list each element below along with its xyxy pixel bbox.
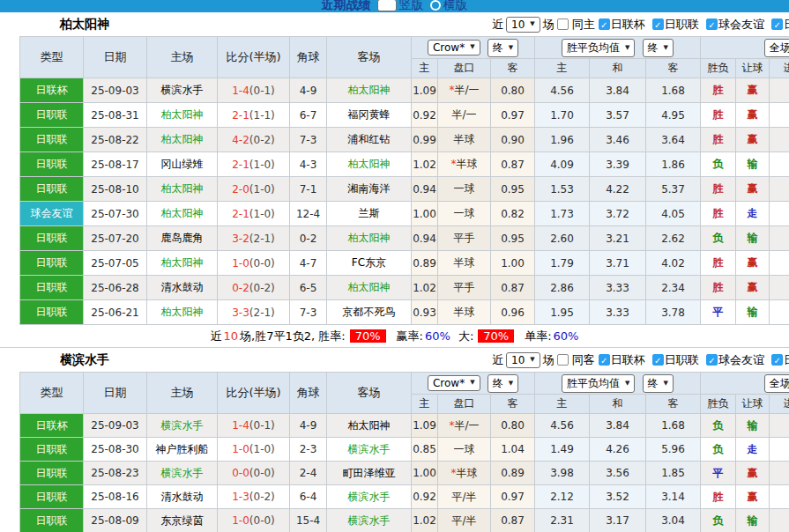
home-team[interactable]: 清水鼓动: [147, 276, 218, 300]
away-team[interactable]: 町田泽维亚: [327, 462, 412, 485]
fulltime-score: 1-4: [232, 419, 249, 432]
league-filter[interactable]: 日职联: [652, 352, 699, 368]
same-venue-checkbox[interactable]: 同客: [557, 352, 595, 368]
kashiwa-rows: 日联杯 25-09-03 横滨水手 1-4(0-1) 4-9 柏太阳神 1.09…: [20, 78, 789, 325]
checkbox-checked-icon[interactable]: [771, 18, 783, 30]
match-type-badge: 日职联: [20, 226, 84, 251]
home-team[interactable]: 冈山绿雉: [147, 152, 218, 177]
home-team[interactable]: 柏太阳神: [147, 103, 218, 128]
handicap-cell: *半/一: [438, 78, 491, 103]
away-team[interactable]: FC东京: [327, 251, 412, 276]
recent-count-select[interactable]: 10▼: [506, 352, 540, 368]
checkbox-checked-icon[interactable]: [706, 354, 718, 366]
team-title-kashiwa: 柏太阳神: [60, 17, 109, 33]
odds-final-value: 终: [493, 41, 503, 55]
handicap-result: 输: [736, 226, 770, 251]
scope-select[interactable]: 全场▼: [764, 39, 789, 57]
avg-final-select[interactable]: 终▼: [643, 374, 674, 393]
checkbox-checked-icon[interactable]: [599, 18, 610, 30]
avg-odds-value: 胜平负均值: [567, 41, 620, 55]
avg-away-odds: 3.64: [646, 128, 701, 152]
checkbox-unchecked-icon[interactable]: [557, 18, 569, 30]
radio-unselected-icon[interactable]: [430, 0, 441, 11]
away-team[interactable]: 横滨水手: [327, 509, 412, 532]
match-result: 平: [701, 300, 736, 325]
away-team[interactable]: 柏太阳神: [327, 226, 412, 251]
same-venue-checkbox[interactable]: 同主: [557, 17, 595, 33]
home-team[interactable]: 柏太阳神: [147, 177, 218, 202]
radio-selected-icon[interactable]: [377, 0, 397, 11]
avg-away-odds: 2.34: [646, 276, 701, 300]
league-filter[interactable]: 球会友谊: [706, 17, 764, 33]
away-team[interactable]: 浦和红钻: [327, 128, 412, 152]
away-team[interactable]: 柏太阳神: [327, 78, 412, 103]
halftime-score: (1-0): [249, 443, 275, 455]
layout-vertical-option[interactable]: 竖版: [377, 0, 424, 12]
league-filter[interactable]: 日皇杯: [771, 352, 789, 368]
home-team[interactable]: 横滨水手: [147, 462, 218, 485]
home-team[interactable]: 横滨水手: [147, 78, 218, 103]
recent-count-select[interactable]: 10▼: [506, 17, 540, 33]
col-header-goals: 进: [770, 59, 789, 78]
away-team[interactable]: 横滨水手: [327, 438, 412, 462]
scope-select[interactable]: 全场▼: [764, 374, 789, 393]
match-type-badge: 球会友谊: [20, 202, 84, 226]
match-row: 日联杯 25-09-03 横滨水手 1-4(0-1) 4-9 柏太阳神 1.09…: [20, 78, 789, 103]
handicap-result: 赢: [736, 177, 770, 202]
home-team[interactable]: 神户胜利船: [147, 438, 218, 462]
away-team[interactable]: 柏太阳神: [327, 152, 412, 177]
match-date: 25-09-03: [84, 414, 147, 438]
home-team[interactable]: 柏太阳神: [147, 202, 218, 226]
fulltime-score: 2-1: [232, 159, 249, 171]
avg-home-odds: 1.95: [535, 300, 590, 325]
away-team[interactable]: 横滨水手: [327, 485, 412, 509]
league-filter[interactable]: 球会友谊: [706, 352, 764, 368]
match-row: 日职联 25-06-21 柏太阳神 3-3(2-1) 7-3 京都不死鸟 0.9…: [20, 300, 789, 325]
away-team[interactable]: 湘南海洋: [327, 177, 412, 202]
away-team[interactable]: 柏太阳神: [327, 276, 412, 300]
league-filter[interactable]: 日职联: [652, 17, 699, 33]
home-team[interactable]: 柏太阳神: [147, 300, 218, 325]
home-team[interactable]: 横滨水手: [147, 414, 218, 438]
away-team[interactable]: 福冈黄蜂: [327, 103, 412, 128]
checkbox-checked-icon[interactable]: [706, 18, 718, 30]
away-odds: 0.87: [491, 276, 535, 300]
home-team[interactable]: 清水鼓动: [147, 485, 218, 509]
away-team[interactable]: 京都不死鸟: [327, 300, 412, 325]
league-filter[interactable]: 日联杯: [599, 17, 645, 33]
home-team[interactable]: 东京绿茵: [147, 509, 218, 532]
avg-odds-select[interactable]: 胜平负均值▼: [562, 39, 635, 57]
home-team[interactable]: 柏太阳神: [147, 251, 218, 276]
avg-odds-select[interactable]: 胜平负均值▼: [562, 374, 635, 393]
odds-final-select[interactable]: 终▼: [488, 374, 518, 393]
odds-final-select[interactable]: 终▼: [488, 39, 518, 57]
avg-away-odds: 1.86: [646, 152, 701, 177]
match-date: 25-07-20: [84, 226, 147, 251]
checkbox-unchecked-icon[interactable]: [557, 354, 569, 366]
league-filter[interactable]: 日联杯: [599, 352, 645, 368]
away-team[interactable]: 兰斯: [327, 202, 412, 226]
odds-company-select[interactable]: Crow*▼: [428, 40, 480, 55]
handicap-cell: 一球: [438, 202, 491, 226]
checkbox-checked-icon[interactable]: [652, 18, 664, 30]
home-team[interactable]: 鹿岛鹿角: [147, 226, 218, 251]
col-header-avg-draw: 和: [590, 59, 646, 78]
match-result: 胜: [701, 128, 736, 152]
checkbox-checked-icon[interactable]: [652, 354, 664, 366]
recent-results-bar: 近期战绩 竖版 横版: [322, 0, 468, 12]
layout-horizontal-option[interactable]: 横版: [430, 0, 468, 12]
avg-draw-odds: 3.39: [590, 152, 646, 177]
goals-cell: [770, 226, 789, 251]
handicap-rate-label: 赢率:: [397, 329, 423, 344]
avg-final-select[interactable]: 终▼: [643, 39, 674, 57]
league-filter-group: 日联杯 日职联 球会友谊: [599, 17, 789, 33]
col-header-handicap: 盘口: [438, 395, 491, 414]
league-filter[interactable]: 日皇杯: [771, 17, 789, 33]
handicap-cell: 平/半: [438, 509, 491, 532]
goals-cell: [770, 276, 789, 300]
home-team[interactable]: 柏太阳神: [147, 128, 218, 152]
away-team[interactable]: 柏太阳神: [327, 414, 412, 438]
checkbox-checked-icon[interactable]: [599, 354, 610, 366]
odds-company-select[interactable]: Crow*▼: [428, 375, 480, 391]
checkbox-checked-icon[interactable]: [771, 354, 783, 366]
